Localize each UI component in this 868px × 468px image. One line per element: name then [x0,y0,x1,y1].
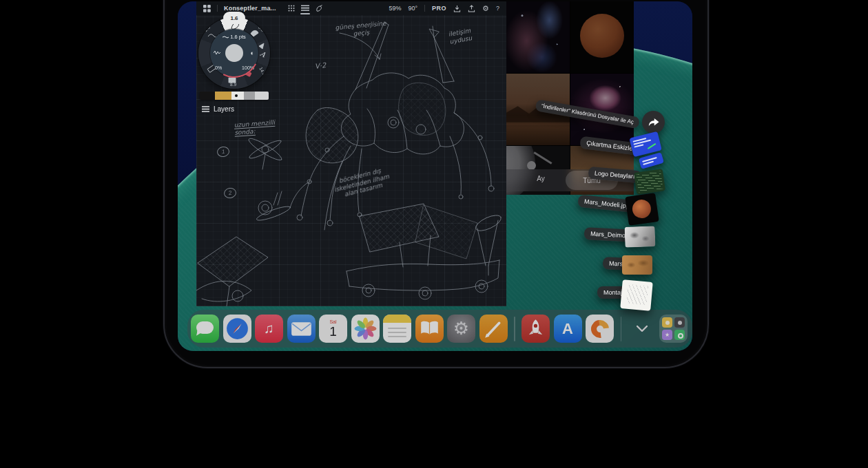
mars-thumb-globe [631,198,652,219]
mail-app-icon[interactable] [287,315,316,343]
app-library-icon[interactable]: ★ [659,315,688,343]
concepts-app-window: güneş enerjisine geçiş iletişim uydusu V… [196,1,506,306]
opacity-min: 0% [215,65,222,70]
tab-months[interactable]: Ay [527,175,555,182]
drag-thumb-montage[interactable] [620,279,652,311]
layers-label: Layers [214,105,234,113]
notes-header [383,315,411,323]
pen-tool-icon[interactable] [316,5,323,12]
swatch-selected-dot [235,94,238,97]
share-button[interactable] [642,111,665,134]
dock: ♫ Sal 1 [187,310,692,348]
annotation-version: V·2 [314,61,327,71]
dock-apps: ♫ Sal 1 [191,315,689,343]
rocket-app-icon[interactable] [521,315,550,343]
drag-thumb-stickers[interactable] [630,131,667,171]
layers-list-icon[interactable] [301,5,309,12]
rotation-value[interactable]: 90° [408,5,417,12]
hamburger-icon [202,106,209,112]
tool-wheel-hub[interactable]: 1.6 pts ◐ 0% 100% [210,29,258,77]
toolbar-divider [217,5,218,12]
mini-star-tile: ★ [662,330,672,340]
notes-app-icon[interactable] [383,315,411,343]
flower-icon [351,315,380,343]
nib-tool-glyph [259,43,264,49]
appstore-app-icon[interactable]: A [554,315,582,343]
books-app-icon[interactable] [415,315,444,343]
opacity-icon[interactable]: ◐ [251,50,254,56]
chevron-down-icon [637,326,648,332]
music-note-glyph: ♫ [264,321,274,337]
jitter-icon[interactable] [214,50,220,56]
dock-collapse-button[interactable] [630,317,654,341]
drag-thumb-logo[interactable] [634,169,665,195]
photos-panel: Ay Tümü [506,1,634,195]
layers-button[interactable]: Layers [202,105,234,113]
messages-app-icon[interactable] [191,315,219,343]
drag-thumb-mars-model[interactable] [625,193,659,226]
tool-size-label: 8.9 [230,82,236,87]
forward-arrow-icon [648,117,660,128]
help-button[interactable]: ? [496,5,499,12]
pen-glyph [479,315,508,343]
toolbar-divider [424,5,425,12]
speech-bubble [196,321,214,334]
rocket-glyph [521,315,550,343]
photos-app-icon[interactable] [351,315,380,343]
settings-app-icon[interactable]: ⚙ [447,315,475,343]
color-knob[interactable] [225,44,243,62]
tool-wheel[interactable]: 1.3 3.5 8.9 14.5 A 1.6 1.6 pts ◐ [198,17,270,89]
export-icon[interactable] [468,5,475,12]
opacity-max: 100% [242,65,254,70]
calendar-app-icon[interactable]: Sal 1 [319,315,347,343]
color-swatch[interactable] [244,92,255,100]
mini-camera-tile [674,317,685,328]
calendar-day: 1 [329,325,337,338]
drag-thumb-deimos[interactable] [624,226,655,248]
photos-dim-overlay [506,1,634,195]
active-tool-underline [300,13,310,14]
calendar-weekday: Sal [329,319,336,324]
gear-glyph: ⚙ [453,318,469,339]
mini-lightbulb-tile [662,317,672,328]
safari-app-icon[interactable] [223,315,251,343]
concepts-app-icon[interactable] [479,315,508,343]
open-book-icon [415,315,444,343]
color-swatch[interactable] [200,92,215,100]
gallery-grid-icon[interactable] [203,5,211,12]
compass-icon [223,315,251,343]
color-swatch-bar [200,92,269,100]
stroke-size-readout: 1.6 pts [210,34,258,40]
drag-thumb-mars-map[interactable] [622,255,652,275]
settings-gear-icon[interactable]: ⚙ [482,4,489,13]
dock-divider [621,317,622,341]
ipad-screen: güneş enerjisine geçiş iletişim uydusu V… [178,1,692,351]
color-swatch-selected[interactable] [231,92,244,100]
ipad-device: güneş enerjisine geçiş iletişim uydusu V… [163,0,709,368]
music-app-icon[interactable]: ♫ [255,315,283,343]
color-swatch[interactable] [215,92,231,100]
color-swatch[interactable] [255,92,269,100]
precision-grid-icon[interactable] [288,5,295,12]
dock-divider [514,317,515,341]
c-swirl-glyph [587,316,612,341]
appstore-letter: A [562,320,573,338]
pro-badge[interactable]: PRO [432,5,446,12]
mini-ring-tile [674,330,685,340]
zoom-level[interactable]: 59% [389,5,401,12]
active-size-tab[interactable]: 1.6 [223,12,245,24]
stage: güneş enerjisine geçiş iletişim uydusu V… [0,0,868,468]
import-icon[interactable] [453,5,461,12]
document-title[interactable]: Konseptler_ma... [224,5,276,12]
c-swirl-app-icon[interactable] [586,315,614,343]
envelope-icon [287,315,316,343]
